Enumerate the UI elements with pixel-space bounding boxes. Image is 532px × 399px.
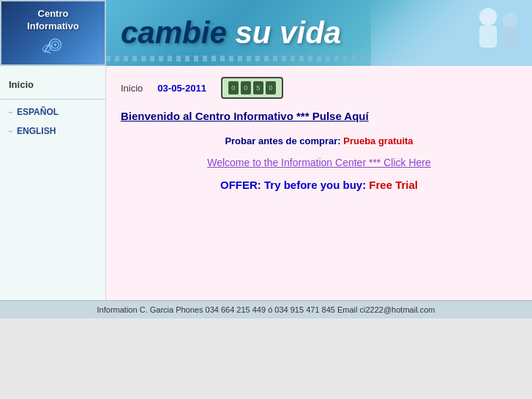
probar-row: Probar antes de comprar: Prueba gratuita xyxy=(121,135,517,146)
satellite-icon xyxy=(39,36,68,58)
arrow-icon-espanol: → xyxy=(6,108,14,116)
free-trial-label: Free Trial xyxy=(369,179,418,191)
banner-people xyxy=(371,0,532,66)
bienvenido-link[interactable]: Bienvenido al Centro Informativo *** Pul… xyxy=(121,110,517,122)
lcd-digit-3: 5 xyxy=(253,81,263,94)
prueba-gratuita-label: Prueba gratuita xyxy=(343,135,413,146)
banner: cambie su vida xyxy=(106,0,532,66)
sidebar: Inicio → ESPAÑOL → ENGLISH xyxy=(0,66,106,300)
content-inicio-label: Inicio xyxy=(121,83,143,94)
content-header-row: Inicio 03-05-2011 0 0 5 0 xyxy=(121,77,517,99)
footer: Information C. Garcia Phones 034 664 215… xyxy=(0,300,532,318)
svg-point-6 xyxy=(479,8,497,26)
date-label: 03-05-2011 xyxy=(157,83,206,94)
lcd-digit-4: 0 xyxy=(266,81,276,94)
sidebar-inicio-label: Inicio xyxy=(0,73,105,96)
people-illustration xyxy=(400,2,532,64)
offer-bold-row: OFFER: Try before you buy: Free Trial xyxy=(121,179,517,191)
svg-point-2 xyxy=(53,43,56,45)
sidebar-item-english[interactable]: → ENGLISH xyxy=(0,122,105,141)
lcd-digit-1: 0 xyxy=(228,81,239,94)
page-wrapper: Centro Informativo cambie su vida xyxy=(0,0,532,318)
svg-point-8 xyxy=(503,13,517,28)
lcd-digit-2: 0 xyxy=(241,81,251,94)
offer-label: OFFER: Try before you buy: xyxy=(220,179,366,191)
sidebar-divider xyxy=(0,99,105,100)
svg-rect-7 xyxy=(479,26,497,48)
content-area: Inicio 03-05-2011 0 0 5 0 Bienvenido al … xyxy=(106,66,532,300)
main-area: Inicio → ESPAÑOL → ENGLISH Inicio 03-05-… xyxy=(0,66,532,300)
svg-rect-9 xyxy=(503,28,517,48)
welcome-link[interactable]: Welcome to the Information Center *** Cl… xyxy=(121,157,517,168)
footer-text: Information C. Garcia Phones 034 664 215… xyxy=(97,305,435,314)
logo-text: Centro Informativo xyxy=(27,8,79,33)
header: Centro Informativo cambie su vida xyxy=(0,0,532,66)
sidebar-espanol-label: ESPAÑOL xyxy=(17,107,59,117)
arrow-icon-english: → xyxy=(6,127,14,135)
logo: Centro Informativo xyxy=(0,0,106,66)
probar-label: Probar antes de comprar: xyxy=(225,135,340,146)
sidebar-english-label: ENGLISH xyxy=(17,126,56,136)
sidebar-item-espanol[interactable]: → ESPAÑOL xyxy=(0,102,105,122)
lcd-counter: 0 0 5 0 xyxy=(221,77,283,99)
banner-title: cambie su vida xyxy=(121,15,341,51)
